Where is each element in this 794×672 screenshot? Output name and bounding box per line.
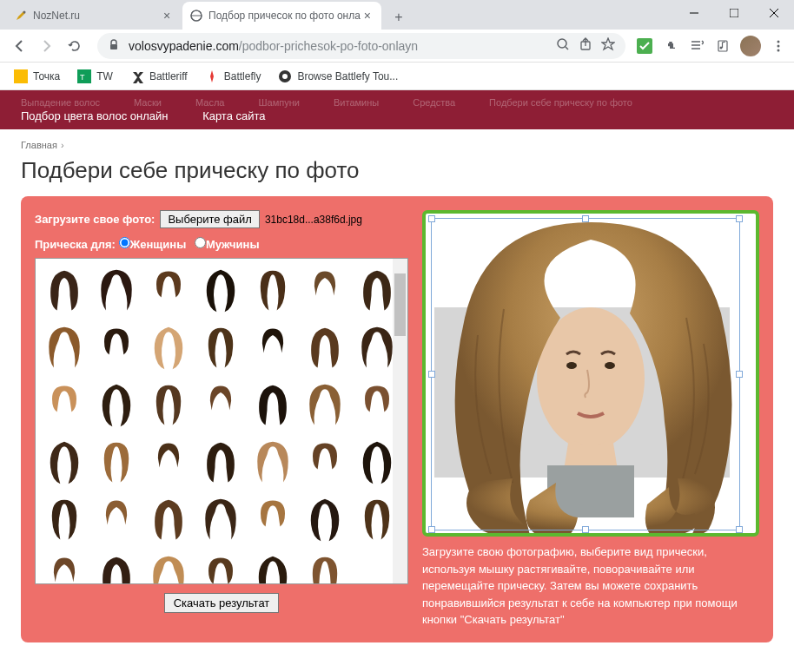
bookmark-item[interactable]: TTW [70,66,120,87]
hair-option[interactable] [197,379,244,432]
bookmark-item[interactable]: Battlefly [198,66,268,87]
search-icon[interactable] [556,37,570,55]
hair-option[interactable] [197,550,244,584]
close-window-button[interactable] [754,0,794,26]
close-icon[interactable]: × [160,9,174,23]
nav-link[interactable]: Подбери себе прическу по фото [489,97,632,108]
hair-option[interactable] [93,264,140,318]
hair-option[interactable] [197,264,244,318]
addr-icons [556,37,615,55]
reload-button[interactable] [63,34,87,58]
bookmark-item[interactable]: Точка [7,66,67,87]
hair-option[interactable] [145,264,192,318]
hair-option[interactable] [249,379,296,432]
hair-option[interactable] [249,550,296,584]
svg-text:T: T [80,73,85,82]
bookmark-item[interactable]: Browse Battlefy Tou... [271,66,405,87]
scroll-thumb[interactable] [394,273,406,336]
tab-noznet[interactable]: NozNet.ru × [7,2,181,30]
share-icon[interactable] [579,37,592,55]
ext-puzzle-icon[interactable] [662,37,679,55]
hair-option[interactable] [301,493,348,547]
nav-link[interactable]: Средства [413,97,455,108]
hair-option[interactable] [197,321,244,375]
avatar[interactable] [740,36,761,56]
handle-mr[interactable] [736,371,743,378]
close-icon[interactable]: × [361,9,374,23]
tab-active[interactable]: Подбор причесок по фото онла × [182,2,381,30]
gender-row: Прическа для: Женщины Мужчины [35,237,408,251]
handle-tl[interactable] [428,215,435,222]
hair-grid [35,258,408,584]
hair-option[interactable] [93,550,140,584]
hair-option[interactable] [93,379,140,432]
hair-option[interactable] [145,493,192,547]
hair-option[interactable] [145,436,192,490]
preview-canvas[interactable] [422,210,759,537]
hair-option[interactable] [93,493,140,547]
nav-link[interactable]: Карта сайта [202,109,265,122]
maximize-button[interactable] [714,0,754,26]
hair-option[interactable] [145,321,192,375]
selection-handles[interactable] [431,218,740,530]
app-panel: Загрузите свое фото: Выберите файл 31bc1… [21,196,773,642]
hair-option[interactable] [249,493,296,547]
hair-option[interactable] [145,379,192,432]
hair-option[interactable] [249,436,296,490]
nav-link[interactable]: Шампуни [259,97,300,108]
nav-link[interactable]: Витамины [334,97,379,108]
hair-option[interactable] [41,493,88,547]
forward-button[interactable] [35,34,59,58]
star-icon[interactable] [601,37,615,55]
hair-option[interactable] [301,264,348,318]
globe-icon [189,9,203,23]
handle-br[interactable] [736,526,743,533]
hair-option[interactable] [249,264,296,318]
nav-link[interactable]: Подбор цвета волос онлайн [21,109,169,122]
svg-point-7 [558,39,566,48]
hair-option[interactable] [93,321,140,375]
right-column: Загрузите свою фотографию, выберите вид … [422,210,759,629]
radio-men[interactable] [195,237,206,248]
ext-check-icon[interactable] [636,37,653,55]
handle-tm[interactable] [582,215,589,222]
hair-option[interactable] [41,550,88,584]
hair-option[interactable] [301,379,348,432]
handle-ml[interactable] [428,371,435,378]
hair-option[interactable] [41,321,88,375]
toolbar: volosvypadenie.com/podbor-prichesok-po-f… [0,30,794,63]
hair-option[interactable] [301,321,348,375]
hair-option[interactable] [249,321,296,375]
choose-file-button[interactable]: Выберите файл [160,210,259,228]
new-tab-button[interactable]: + [387,5,411,30]
nav-link[interactable]: Выпадение волос [21,97,100,108]
nav-link[interactable]: Масла [195,97,224,108]
download-button[interactable]: Скачать результат [164,593,280,613]
hair-option[interactable] [197,436,244,490]
handle-bm[interactable] [582,526,589,533]
ext-music-icon[interactable] [714,37,731,55]
ext-list-icon[interactable] [688,37,705,55]
breadcrumb: Главная› [21,140,773,150]
bookmark-item[interactable]: Battleriff [123,66,195,87]
hair-option[interactable] [41,379,88,432]
handle-tr[interactable] [736,215,743,222]
minimize-button[interactable] [674,0,714,26]
hair-option[interactable] [41,264,88,318]
nav-link[interactable]: Маски [134,97,162,108]
handle-bl[interactable] [428,526,435,533]
radio-women[interactable] [119,237,130,248]
upload-row: Загрузите свое фото: Выберите файл 31bc1… [35,210,408,228]
scrollbar[interactable] [393,259,407,583]
hair-option[interactable] [197,493,244,547]
svg-rect-3 [730,9,738,17]
hair-option[interactable] [145,550,192,584]
hair-option[interactable] [93,436,140,490]
hair-option[interactable] [301,436,348,490]
hair-option[interactable] [41,436,88,490]
lock-icon [108,39,122,53]
address-bar[interactable]: volosvypadenie.com/podbor-prichesok-po-f… [97,33,625,59]
menu-icon[interactable] [770,37,787,55]
back-button[interactable] [7,34,31,58]
hair-option[interactable] [301,550,348,584]
